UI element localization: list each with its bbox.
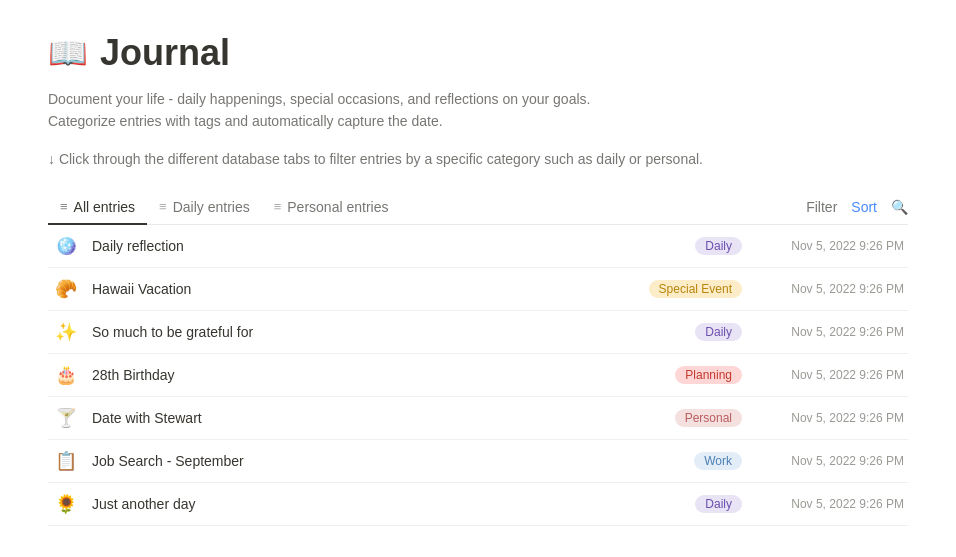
toolbar-right: Filter Sort 🔍: [806, 199, 908, 215]
entry-emoji: 🌻: [52, 493, 80, 515]
search-icon: 🔍: [891, 199, 908, 215]
table-row[interactable]: 🍸 Date with Stewart Personal Nov 5, 2022…: [48, 397, 908, 440]
tabs-bar: ≡ All entries ≡ Daily entries ≡ Personal…: [48, 191, 908, 225]
entry-tag: Planning: [675, 366, 742, 384]
entry-date: Nov 5, 2022 9:26 PM: [754, 239, 904, 253]
entry-tag: Special Event: [649, 280, 742, 298]
entry-date: Nov 5, 2022 9:26 PM: [754, 325, 904, 339]
table-row[interactable]: 🌻 Just another day Daily Nov 5, 2022 9:2…: [48, 483, 908, 526]
hint-row: ↓ Click through the different database t…: [48, 151, 908, 167]
table-row[interactable]: 🥐 Hawaii Vacation Special Event Nov 5, 2…: [48, 268, 908, 311]
entry-emoji: 🍸: [52, 407, 80, 429]
search-button[interactable]: 🔍: [891, 199, 908, 215]
journal-icon: 📖: [48, 34, 88, 72]
entry-tag: Daily: [695, 323, 742, 341]
entry-emoji: 🥐: [52, 278, 80, 300]
description-line1: Document your life - daily happenings, s…: [48, 88, 908, 110]
entry-title: 28th Birthday: [92, 367, 663, 383]
entry-title: Date with Stewart: [92, 410, 663, 426]
entry-title: Daily reflection: [92, 238, 683, 254]
entry-emoji: ✨: [52, 321, 80, 343]
tab-all-entries[interactable]: ≡ All entries: [48, 191, 147, 225]
entry-tag: Personal: [675, 409, 742, 427]
entry-title: So much to be grateful for: [92, 324, 683, 340]
page-header: 📖 Journal: [48, 32, 908, 74]
entry-date: Nov 5, 2022 9:26 PM: [754, 497, 904, 511]
tab-daily-entries[interactable]: ≡ Daily entries: [147, 191, 262, 225]
entry-date: Nov 5, 2022 9:26 PM: [754, 368, 904, 382]
sort-label: Sort: [851, 199, 877, 215]
entry-date: Nov 5, 2022 9:26 PM: [754, 282, 904, 296]
page-title: Journal: [100, 32, 230, 74]
entry-date: Nov 5, 2022 9:26 PM: [754, 411, 904, 425]
filter-label: Filter: [806, 199, 837, 215]
tab-all-label: All entries: [74, 199, 135, 215]
table-row[interactable]: 📋 Job Search - September Work Nov 5, 202…: [48, 440, 908, 483]
entry-tag: Daily: [695, 237, 742, 255]
filter-button[interactable]: Filter: [806, 199, 837, 215]
entry-title: Hawaii Vacation: [92, 281, 637, 297]
tab-all-icon: ≡: [60, 199, 68, 214]
page-description: Document your life - daily happenings, s…: [48, 88, 908, 133]
entry-tag: Daily: [695, 495, 742, 513]
entry-title: Job Search - September: [92, 453, 682, 469]
table-row[interactable]: 🪩 Daily reflection Daily Nov 5, 2022 9:2…: [48, 225, 908, 268]
entry-emoji: 📋: [52, 450, 80, 472]
description-line2: Categorize entries with tags and automat…: [48, 110, 908, 132]
entry-title: Just another day: [92, 496, 683, 512]
tab-daily-label: Daily entries: [173, 199, 250, 215]
table-row[interactable]: ✨ So much to be grateful for Daily Nov 5…: [48, 311, 908, 354]
entry-emoji: 🪩: [52, 235, 80, 257]
tab-daily-icon: ≡: [159, 199, 167, 214]
sort-button[interactable]: Sort: [851, 199, 877, 215]
entries-list: 🪩 Daily reflection Daily Nov 5, 2022 9:2…: [48, 225, 908, 526]
entry-date: Nov 5, 2022 9:26 PM: [754, 454, 904, 468]
hint-text: ↓ Click through the different database t…: [48, 151, 703, 167]
tab-personal-label: Personal entries: [287, 199, 388, 215]
entry-tag: Work: [694, 452, 742, 470]
tab-personal-icon: ≡: [274, 199, 282, 214]
entry-emoji: 🎂: [52, 364, 80, 386]
table-row[interactable]: 🎂 28th Birthday Planning Nov 5, 2022 9:2…: [48, 354, 908, 397]
tab-personal-entries[interactable]: ≡ Personal entries: [262, 191, 401, 225]
